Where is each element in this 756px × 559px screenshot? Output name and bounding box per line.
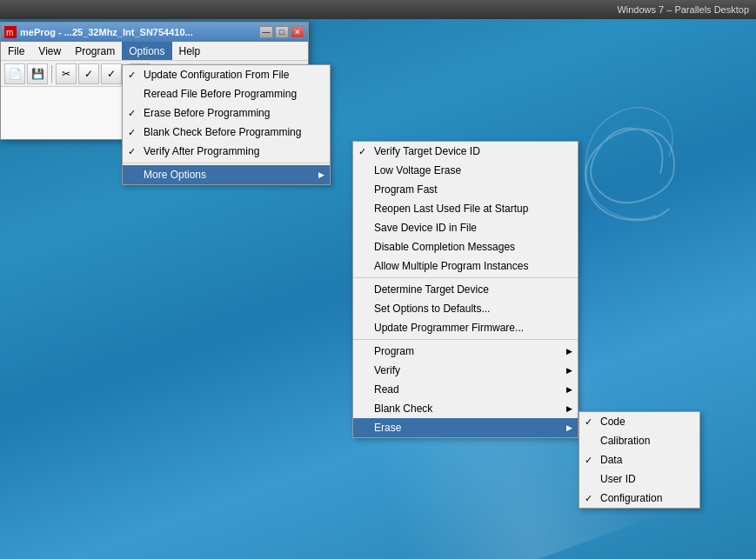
menu-reopen-last[interactable]: Reopen Last Used File at Startup <box>353 199 578 218</box>
toolbar-cut[interactable]: ✂ <box>56 63 77 84</box>
menu-set-defaults[interactable]: Set Options to Defaults... <box>353 299 578 318</box>
toolbar-save[interactable]: 💾 <box>27 63 48 84</box>
more-options-sep1 <box>353 277 578 278</box>
menu-erase-before[interactable]: Erase Before Programming <box>123 103 330 123</box>
menu-program-fast[interactable]: Program Fast <box>353 180 578 199</box>
menu-determine-target[interactable]: Determine Target Device <box>353 280 578 299</box>
menu-low-voltage[interactable]: Low Voltage Erase <box>353 161 578 180</box>
menu-blank-check-sub[interactable]: Blank Check <box>353 399 578 418</box>
app-icon: m <box>4 26 17 38</box>
erase-dropdown: Code Calibration Data User ID Configurat… <box>579 411 700 509</box>
options-dropdown: Update Configuration From File Reread Fi… <box>122 64 331 185</box>
maximize-button[interactable]: □ <box>275 26 289 38</box>
menu-reread-file[interactable]: Reread File Before Programming <box>123 84 330 103</box>
menu-disable-completion[interactable]: Disable Completion Messages <box>353 237 578 256</box>
menu-verify-after[interactable]: Verify After Programming <box>123 142 330 161</box>
menu-erase-calibration[interactable]: Calibration <box>579 431 699 450</box>
toolbar-verify[interactable]: ✓ <box>101 63 122 84</box>
menu-bar: File View Program Options Help <box>1 42 308 61</box>
toolbar-check[interactable]: ✓ <box>78 63 99 84</box>
window-title: meProg - ...25_32Mhz_Int_SN754410... <box>20 27 256 37</box>
svg-text:m: m <box>6 28 13 37</box>
menu-more-options[interactable]: More Options <box>123 165 330 184</box>
menu-read-sub[interactable]: Read <box>353 380 578 399</box>
menu-help[interactable]: Help <box>172 42 208 60</box>
title-bar: m meProg - ...25_32Mhz_Int_SN754410... —… <box>1 23 308 42</box>
close-button[interactable]: ✕ <box>291 26 304 38</box>
menu-verify-sub[interactable]: Verify <box>353 361 578 380</box>
menu-update-firmware[interactable]: Update Programmer Firmware... <box>353 318 578 337</box>
menu-erase-configuration[interactable]: Configuration <box>579 489 699 508</box>
toolbar-separator-1 <box>51 65 52 83</box>
menu-blank-check[interactable]: Blank Check Before Programming <box>123 123 330 142</box>
menu-save-device-id[interactable]: Save Device ID in File <box>353 218 578 237</box>
desktop: Windows 7 – Parallels Desktop m meProg -… <box>0 0 756 559</box>
more-options-sep2 <box>353 339 578 340</box>
options-separator <box>123 163 330 163</box>
menu-verify-target[interactable]: Verify Target Device ID <box>353 142 578 161</box>
menu-view[interactable]: View <box>31 42 68 60</box>
menu-erase-code[interactable]: Code <box>579 412 699 431</box>
minimize-button[interactable]: — <box>259 26 273 38</box>
taskbar-title: Windows 7 – Parallels Desktop <box>617 4 749 15</box>
menu-program-sub[interactable]: Program <box>353 342 578 361</box>
menu-erase-data[interactable]: Data <box>579 450 699 469</box>
menu-options[interactable]: Options <box>122 42 171 60</box>
menu-allow-multiple[interactable]: Allow Multiple Program Instances <box>353 256 578 276</box>
menu-update-config[interactable]: Update Configuration From File <box>123 65 330 84</box>
menu-file[interactable]: File <box>1 42 31 60</box>
taskbar-top: Windows 7 – Parallels Desktop <box>0 0 756 19</box>
menu-erase-userid[interactable]: User ID <box>579 469 699 489</box>
window-controls: — □ ✕ <box>259 26 304 38</box>
menu-erase-sub[interactable]: Erase <box>353 418 578 437</box>
menu-program[interactable]: Program <box>68 42 122 60</box>
toolbar-new[interactable]: 📄 <box>4 63 25 84</box>
more-options-dropdown: Verify Target Device ID Low Voltage Eras… <box>352 141 579 438</box>
